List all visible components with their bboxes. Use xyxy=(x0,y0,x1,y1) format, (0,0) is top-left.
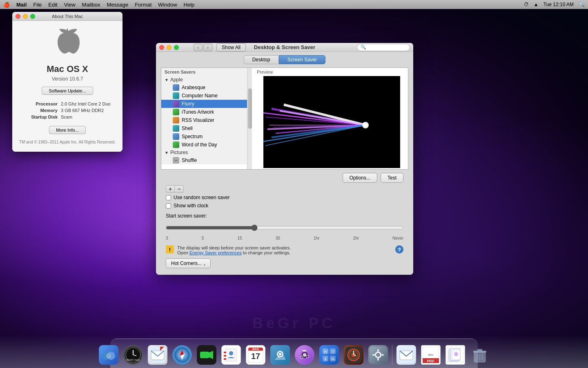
svg-text:%: % xyxy=(331,357,334,361)
dock-item-timemachine[interactable] xyxy=(342,343,365,366)
group-apple[interactable]: ▼ Apple xyxy=(161,76,251,83)
remove-saver-button[interactable]: − xyxy=(175,185,184,193)
time-machine-icon[interactable]: ⏱ xyxy=(524,2,529,7)
startup-disk-label: Startup Disk xyxy=(19,114,58,119)
dock-item-syspref[interactable] xyxy=(367,343,390,366)
dock-item-addressbook[interactable] xyxy=(220,343,243,366)
about-window-title: About This Mac xyxy=(12,14,122,19)
nav-back-button[interactable]: ‹ xyxy=(194,44,203,51)
saver-item-shuffle[interactable]: ↔ Shuffle xyxy=(161,156,251,164)
warning-open: Open xyxy=(177,250,189,255)
tick-2hr: 2hr xyxy=(353,236,359,240)
dock-item-mail3[interactable] xyxy=(395,343,418,366)
tab-desktop[interactable]: Desktop xyxy=(244,55,279,64)
saver-item-computername[interactable]: Computer Name xyxy=(161,92,251,100)
search-box[interactable]: 🔍 xyxy=(357,44,410,51)
test-button[interactable]: Test xyxy=(381,173,403,183)
saver-item-arabesque[interactable]: Arabesque xyxy=(161,83,251,92)
svg-rect-54 xyxy=(303,351,306,352)
saver-item-wordofday[interactable]: Word of the Day xyxy=(161,141,251,149)
computername-label: Computer Name xyxy=(182,93,218,99)
about-content: Mac OS X Version 10.6.7 Software Update.… xyxy=(12,21,122,152)
screen-saver-timer-slider[interactable] xyxy=(166,224,403,231)
hot-corners-icon: ⌟ xyxy=(203,261,205,266)
dock-item-calendar[interactable]: MAR 17 xyxy=(244,343,267,366)
flurry-label: Flurry xyxy=(182,101,194,107)
pref-maximize-button[interactable] xyxy=(174,45,179,50)
computername-icon xyxy=(173,92,179,99)
dock-item-facetime[interactable] xyxy=(195,343,218,366)
dock-item-itunes[interactable] xyxy=(293,343,316,366)
os-name: Mac OS X xyxy=(47,64,88,74)
options-button[interactable]: Options... xyxy=(343,173,377,183)
dock-item-iphoto[interactable] xyxy=(269,343,292,366)
shell-icon xyxy=(173,125,179,132)
close-button[interactable] xyxy=(16,14,20,19)
add-saver-button[interactable]: + xyxy=(166,185,175,193)
menubar: 🍎 Mail File Edit View Mailbox Message Fo… xyxy=(0,0,588,9)
maximize-button[interactable] xyxy=(30,14,35,19)
hot-corners-button[interactable]: Hot Corners... ⌟ xyxy=(166,258,211,268)
dock-item-clock[interactable]: World Clock xyxy=(122,343,145,366)
saver-item-itunesartwork[interactable]: iTunes Artwork xyxy=(161,108,251,116)
rss-icon xyxy=(173,117,179,123)
shuffle-label: Shuffle xyxy=(182,157,197,163)
nav-forward-button[interactable]: › xyxy=(203,44,212,51)
spectrum-icon xyxy=(173,133,179,140)
group-pictures[interactable]: ▼ Pictures xyxy=(161,149,251,156)
menu-window[interactable]: Window xyxy=(158,2,177,8)
dock-item-trash[interactable] xyxy=(468,343,491,366)
show-all-button[interactable]: Show All xyxy=(216,43,246,52)
random-saver-checkbox[interactable] xyxy=(166,195,171,200)
svg-text:☺: ☺ xyxy=(105,352,111,359)
menu-help[interactable]: Help xyxy=(184,2,195,8)
copyright-text: TM and © 1983–2011 Apple Inc. All Rights… xyxy=(19,139,116,145)
preview-area: Preview xyxy=(255,68,408,169)
apple-menu-item[interactable]: 🍎 xyxy=(3,2,10,8)
shell-label: Shell xyxy=(182,126,193,131)
pref-close-button[interactable] xyxy=(159,45,164,50)
saver-item-rssvisualizer[interactable]: RSS Visualizer xyxy=(161,116,251,124)
flurry-icon xyxy=(173,101,179,107)
svg-text:PDF: PDF xyxy=(427,359,435,363)
menu-mailbox[interactable]: Mailbox xyxy=(82,2,100,8)
dock-item-safari[interactable] xyxy=(171,343,194,366)
group-apple-label: Apple xyxy=(170,77,183,83)
show-clock-checkbox[interactable] xyxy=(166,203,171,209)
menu-message[interactable]: Message xyxy=(107,2,128,8)
pref-minimize-button[interactable] xyxy=(167,45,172,50)
svg-rect-77 xyxy=(372,354,375,356)
dock-item-pdf[interactable]: PDF doc xyxy=(419,343,442,366)
svg-rect-53 xyxy=(302,350,306,351)
menu-view[interactable]: View xyxy=(64,2,76,8)
pref-titlebar: ‹ › Show All Desktop & Screen Saver 🔍 xyxy=(156,43,413,52)
show-clock-label: Show with clock xyxy=(174,203,208,209)
menu-edit[interactable]: Edit xyxy=(48,2,57,8)
search-icon[interactable]: 🔍 xyxy=(579,2,585,7)
tab-screen-saver[interactable]: Screen Saver xyxy=(279,55,326,64)
minimize-button[interactable] xyxy=(23,14,28,19)
dock-item-finder[interactable]: ☺ xyxy=(97,343,120,366)
dock-item-mail2[interactable]: 1 xyxy=(146,343,169,366)
software-update-button[interactable]: Software Update... xyxy=(42,87,93,95)
random-saver-label: Use random screen saver xyxy=(174,195,229,200)
dock-item-dashboard[interactable]: W ⏱ $ % xyxy=(318,343,341,366)
app-name-menu[interactable]: Mail xyxy=(16,2,27,8)
desktop-screen-saver-window: ‹ › Show All Desktop & Screen Saver 🔍 De… xyxy=(156,43,413,275)
svg-point-56 xyxy=(306,355,309,358)
svg-point-49 xyxy=(279,353,281,355)
menu-file[interactable]: File xyxy=(33,2,42,8)
apple-logo xyxy=(55,27,80,61)
energy-saver-link[interactable]: Energy Saver preferences xyxy=(189,250,242,255)
tabs-row: Desktop Screen Saver xyxy=(156,52,413,67)
saver-item-shell[interactable]: Shell xyxy=(161,124,251,132)
saver-item-spectrum[interactable]: Spectrum xyxy=(161,132,251,141)
tick-5: 5 xyxy=(202,236,204,240)
more-info-button[interactable]: More Info... xyxy=(49,126,86,134)
help-button[interactable]: ? xyxy=(395,245,403,254)
menu-format[interactable]: Format xyxy=(135,2,151,8)
dock-item-preview[interactable] xyxy=(444,343,467,366)
warning-message: The display will sleep before your scree… xyxy=(177,245,291,250)
svg-point-40 xyxy=(229,351,233,355)
saver-item-flurry[interactable]: Flurry xyxy=(161,100,251,108)
